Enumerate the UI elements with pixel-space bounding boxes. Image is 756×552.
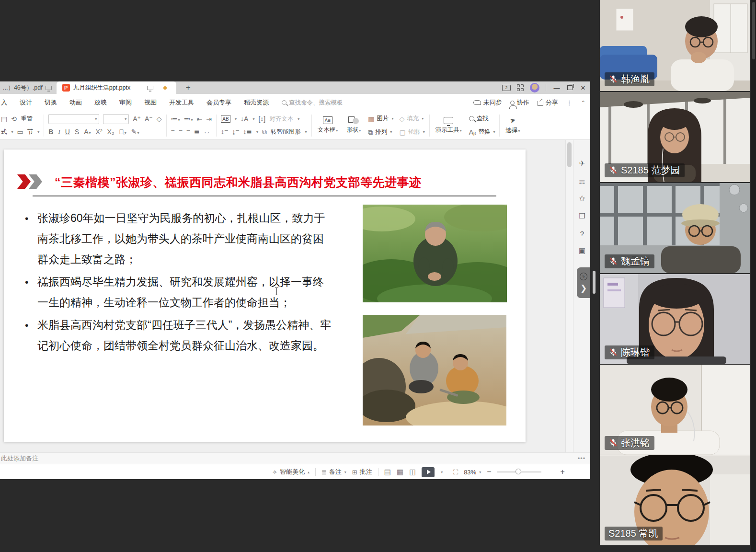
menu-docer[interactable]: 稻壳资源 xyxy=(238,98,275,107)
slide-canvas[interactable]: “三秦楷模”张淑珍、禚振西同志和米脂县高西沟村党支部等先进事迹 张淑珍60年如一… xyxy=(4,150,526,442)
slide-body-text[interactable]: 张淑珍60年如一日坚守为民服务的初心，扎根山区，致力于南茶北移工作，以她为带头人… xyxy=(21,208,333,358)
quick-tools-icon[interactable]: ✈ xyxy=(573,159,590,168)
highlight-button[interactable]: ✎▾ xyxy=(131,128,139,135)
layout-style-button[interactable]: 式 xyxy=(1,128,7,136)
slideshow-dropdown[interactable]: ▾ xyxy=(441,470,443,474)
fit-to-window-icon[interactable]: ⛶ xyxy=(453,468,458,476)
restore-button[interactable] xyxy=(567,85,573,90)
zoom-out-button[interactable]: − xyxy=(487,468,491,476)
zoom-in-button[interactable]: + xyxy=(561,468,565,476)
decrease-indent-icon[interactable]: ⇤ xyxy=(197,115,203,122)
effects-star-icon[interactable]: ✩ xyxy=(573,194,590,203)
coupon-icon[interactable]: ▣ xyxy=(573,246,590,255)
bullet-item[interactable]: 米脂县高西沟村党支部“四任班子三代人”，发扬愚公精神、牢记初心使命，团结带领全村… xyxy=(21,315,333,356)
new-tab-button[interactable]: + xyxy=(183,83,194,92)
menu-devtools[interactable]: 开发工具 xyxy=(163,98,200,107)
distribute-icon[interactable]: ⇔ xyxy=(204,128,210,135)
tab-pdf-document[interactable]: ...）46号）.pdf xyxy=(0,81,57,94)
find-button[interactable]: 查找 xyxy=(477,115,489,123)
panel-scrollbar[interactable] xyxy=(751,0,756,552)
close-button[interactable]: ✕ xyxy=(579,84,587,92)
tab-active-presentation[interactable]: P 九月组织生活ppt.pptx xyxy=(57,81,176,94)
align-right-icon[interactable]: ≡ xyxy=(186,128,190,135)
increase-indent-icon[interactable]: ⇥ xyxy=(206,115,212,122)
collaborate-button[interactable]: 协作 xyxy=(510,98,529,107)
increase-font-icon[interactable]: A⁺ xyxy=(133,115,141,122)
align-left-icon[interactable]: ≡ xyxy=(171,128,175,135)
bullet-list-icon[interactable]: ≔▾ xyxy=(171,115,180,122)
clear-format-icon[interactable]: ◇ xyxy=(157,115,162,122)
account-avatar[interactable] xyxy=(530,83,539,92)
panel-resize-handle[interactable] xyxy=(593,271,596,294)
menu-slideshow[interactable]: 放映 xyxy=(88,98,113,107)
sync-status-button[interactable]: 未同步 xyxy=(473,98,502,107)
para-spacing-icon[interactable]: ↨≡ xyxy=(232,128,239,135)
replace-button[interactable]: 替换 xyxy=(478,128,490,136)
line-height-icon[interactable]: ↕≣ xyxy=(243,128,252,135)
slide-photo-tea-field[interactable] xyxy=(363,205,507,302)
smart-beautify-button[interactable]: ✧ 智能美化▴ xyxy=(272,468,309,476)
zoom-slider[interactable] xyxy=(497,472,541,472)
align-center-icon[interactable]: ≡ xyxy=(179,128,183,135)
bullet-item[interactable]: 张淑珍60年如一日坚守为民服务的初心，扎根山区，致力于南茶北移工作，以她为带头人… xyxy=(21,208,333,270)
apps-grid-icon[interactable] xyxy=(517,84,524,91)
reading-view-icon[interactable]: ◫ xyxy=(409,468,416,476)
fill-button[interactable]: 填充 xyxy=(407,115,419,123)
bold-button[interactable]: B xyxy=(48,128,53,135)
arrange-button[interactable]: 排列 xyxy=(375,128,387,136)
font-color-button[interactable]: A▾ xyxy=(84,128,91,135)
text-direction-icon[interactable]: AB xyxy=(221,115,230,123)
select-button[interactable]: ➤ 选择▾ xyxy=(501,113,524,138)
command-search-box[interactable]: 查找命令、搜索模板 xyxy=(282,99,343,107)
share-window-icon[interactable]: ❐ xyxy=(573,212,590,220)
font-size-combobox[interactable]: ▾ xyxy=(103,114,129,124)
row-spacing-icon[interactable]: ↕≡ xyxy=(221,128,228,135)
menu-insert[interactable]: 入 xyxy=(0,98,13,107)
textbox-button[interactable]: A≡ 文本框▾ xyxy=(313,113,343,138)
presentation-tools-button[interactable]: 演示工具▾ xyxy=(431,113,466,138)
menu-transition[interactable]: 切换 xyxy=(38,98,63,107)
shapes-button[interactable]: 形状▾ xyxy=(342,113,365,138)
more-menu-button[interactable]: ⋮ xyxy=(566,99,573,106)
numbered-list-icon[interactable]: ≕▾ xyxy=(184,115,193,122)
section-button[interactable]: 节 xyxy=(27,128,34,136)
underline-button[interactable]: U xyxy=(65,128,70,135)
collapse-ribbon-button[interactable]: ⌃ xyxy=(581,100,585,106)
italic-button[interactable]: I xyxy=(58,128,60,136)
properties-sliders-icon[interactable]: ⚎ xyxy=(573,177,590,185)
sidebar-expand-tab[interactable]: ϟ ❯ xyxy=(577,267,590,298)
menu-animation[interactable]: 动画 xyxy=(63,98,88,107)
decrease-font-icon[interactable]: A⁻ xyxy=(145,115,153,122)
participant-tile[interactable]: 张洪铭 xyxy=(600,365,750,455)
strikethrough-button[interactable]: S xyxy=(75,128,79,135)
align-text-button[interactable]: 对齐文本 xyxy=(269,115,293,123)
picture-button[interactable]: 图片 xyxy=(377,115,389,123)
line-spacing-icon[interactable]: ↓A xyxy=(241,115,248,122)
participant-tile[interactable]: S2185 范梦园 xyxy=(600,92,750,182)
window-split-icon[interactable]: 2 xyxy=(502,85,511,91)
participant-tile[interactable]: 陈琳锴 xyxy=(600,274,750,364)
bullet-item[interactable]: 禚振西竭尽毕生精力发掘、研究和发展耀州窑，以择一事终一生的精神，生动诠释一位文物… xyxy=(21,272,333,313)
slide-sorter-icon[interactable]: ▦ xyxy=(397,468,403,476)
smart-graphic-button[interactable]: 转智能图形 xyxy=(271,128,301,136)
more-dots-icon[interactable]: ••• xyxy=(573,453,590,464)
participant-tile[interactable]: 魏孟镐 xyxy=(600,183,750,273)
justify-icon[interactable]: ≣ xyxy=(194,128,200,135)
scrollbar-thumb[interactable] xyxy=(567,142,572,167)
participant-tile[interactable]: S2185 常凯 xyxy=(600,455,750,545)
outline-button[interactable]: 轮廓 xyxy=(408,128,420,136)
reset-button[interactable]: 重置 xyxy=(21,115,33,123)
slide-title[interactable]: “三秦楷模”张淑珍、禚振西同志和米脂县高西沟村党支部等先进事迹 xyxy=(55,174,422,190)
scrollbar-thumb[interactable] xyxy=(752,2,755,59)
slide-layout-icon[interactable]: ▤ xyxy=(1,115,7,122)
subscript-button[interactable]: X₂ xyxy=(107,128,115,135)
comments-button[interactable]: ⊞ 批注 xyxy=(352,468,372,476)
menu-review[interactable]: 审阅 xyxy=(113,98,138,107)
notes-button[interactable]: ≣ 备注▾ xyxy=(321,468,346,476)
zoom-level[interactable]: 83%▾ xyxy=(464,469,481,476)
slide-photo-excavation[interactable] xyxy=(363,315,506,426)
start-slideshow-button[interactable] xyxy=(422,467,435,477)
zoom-slider-knob[interactable] xyxy=(515,469,521,474)
menu-view[interactable]: 视图 xyxy=(138,98,163,107)
phonetic-guide-button[interactable]: 文̱▾ xyxy=(119,128,126,135)
